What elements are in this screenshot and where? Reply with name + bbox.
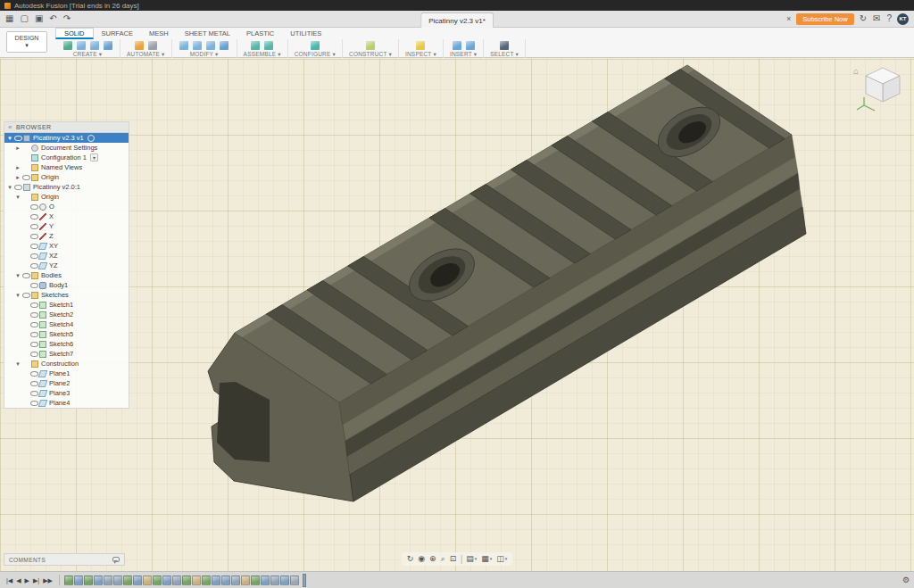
timeline-settings-gear-icon[interactable]: ⚙ [902,576,910,584]
browser-item-x[interactable]: X [4,211,129,221]
press-pull-icon[interactable] [179,39,190,51]
group-label-automate[interactable]: AUTOMATE ▾ [127,51,165,58]
fillet-icon[interactable] [192,39,204,51]
timeline-fillet-icon[interactable] [172,576,181,585]
browser-item-origin[interactable]: ▾Origin [4,192,129,202]
go-to-end-icon[interactable]: ▶▶ [41,577,54,584]
timeline-extrude-icon[interactable] [162,576,171,585]
browser-item-bodies[interactable]: ▾Bodies [4,270,129,280]
browser-item-sketch6[interactable]: Sketch6 [4,339,129,349]
browser-item-document-settings[interactable]: ▸Document Settings [4,143,129,153]
group-label-select[interactable]: SELECT ▾ [490,51,519,58]
expand-closed-arrow-icon[interactable]: ▸ [14,145,21,152]
view-cube-graphic[interactable] [853,64,907,112]
timeline-extrude-icon[interactable] [261,576,270,585]
insert-mcmaster-icon[interactable] [451,39,462,51]
expand-open-arrow-icon[interactable]: ▾ [6,135,13,142]
browser-item-picatinny-v2-3-v1[interactable]: ▾Picatinny v2.3 v1 [4,133,129,143]
timeline-plane-icon[interactable] [192,576,201,585]
select-cursor-icon[interactable] [499,39,511,51]
expand-closed-arrow-icon[interactable]: ▸ [14,164,21,171]
workspace-switcher[interactable]: DESIGN ▾ [6,31,47,53]
browser-item-plane3[interactable]: Plane3 [4,388,129,398]
browser-item-z[interactable]: Z [4,231,129,241]
look-at-icon[interactable]: ◉ [418,555,425,563]
browser-item-y[interactable]: Y [4,221,129,231]
timeline-sketch-icon[interactable] [251,576,260,585]
display-settings-icon[interactable]: ▤▾ [466,555,477,563]
expand-open-arrow-icon[interactable]: ▾ [14,292,21,299]
comments-bar[interactable]: COMMENTS [4,553,125,566]
group-label-construct[interactable]: CONSTRUCT ▾ [349,51,392,58]
scripts-addins-icon[interactable] [146,39,158,51]
visibility-eye-icon[interactable] [13,134,23,142]
visibility-eye-icon[interactable] [29,311,39,319]
browser-item-configuration-1[interactable]: Configuration 1▾ [4,153,129,162]
app-grid-icon[interactable]: ▦ [5,14,13,23]
tab-sheet-metal[interactable]: SHEET METAL [177,28,238,39]
browser-item-plane1[interactable]: Plane1 [4,369,129,378]
expand-open-arrow-icon[interactable]: ▾ [14,194,21,201]
group-label-modify[interactable]: MODIFY ▾ [190,51,219,58]
fit-icon[interactable]: ⊡ [450,555,457,563]
timeline-sketch-icon[interactable] [64,576,73,585]
timeline-extrude-icon[interactable] [212,576,220,585]
timeline-sketch-icon[interactable] [84,576,93,585]
group-label-create[interactable]: CREATE ▾ [73,51,103,58]
box-primitive-icon[interactable] [75,39,87,51]
visibility-eye-icon[interactable] [29,301,39,309]
viewport-canvas[interactable]: ⌂ « BROWSER ▾Picatinny v2.3 v1▸Document … [0,59,914,571]
group-label-inspect[interactable]: INSPECT ▾ [405,51,436,58]
browser-item-sketch7[interactable]: Sketch7 [4,349,129,359]
timeline-marker[interactable] [303,574,306,587]
browser-item-picatinny-v2-0-1[interactable]: ▾Picatinny v2.0:1 [4,182,129,192]
home-view-icon[interactable]: ⌂ [853,66,859,76]
tab-plastic[interactable]: PLASTIC [238,28,282,39]
new-sketch-icon[interactable] [62,39,73,51]
timeline-mirror-icon[interactable] [290,576,299,585]
timeline-sketch-icon[interactable] [123,576,132,585]
document-tab[interactable]: Picatinny v2.3 v1* [420,12,494,28]
timeline-extrude-icon[interactable] [133,576,142,585]
redo-icon[interactable]: ↷ [63,14,71,23]
browser-item-xy[interactable]: XY [4,241,129,251]
browser-item-sketch2[interactable]: Sketch2 [4,310,129,319]
browser-item-o[interactable]: O [4,202,129,211]
browser-item-plane2[interactable]: Plane2 [4,378,129,388]
shell-icon[interactable] [205,39,217,51]
pan-icon[interactable]: ⊕ [429,555,436,563]
browser-item-sketch4[interactable]: Sketch4 [4,319,129,329]
help-icon[interactable]: ? [886,14,892,23]
visibility-eye-icon[interactable] [29,232,39,240]
group-label-configure[interactable]: CONFIGURE ▾ [295,51,336,58]
view-cube[interactable]: ⌂ [853,64,907,112]
orbit-icon[interactable]: ↻ [407,555,414,563]
step-back-icon[interactable]: ◀ [14,577,22,584]
insert-decal-icon[interactable] [464,39,476,51]
undo-icon[interactable]: ↶ [49,14,56,23]
visibility-eye-icon[interactable] [29,330,39,338]
browser-item-body1[interactable]: Body1 [4,280,129,290]
timeline-extrude-icon[interactable] [74,576,83,585]
picatinny-rail-model[interactable] [0,59,914,571]
configurations-icon[interactable] [309,39,320,51]
browser-item-plane4[interactable]: Plane4 [4,398,129,408]
subscribe-button[interactable]: Subscribe Now [796,13,853,25]
browser-item-yz[interactable]: YZ [4,261,129,270]
timeline-sketch-icon[interactable] [202,576,211,585]
measure-icon[interactable] [415,39,427,51]
grid-snaps-icon[interactable]: ▦▾ [481,555,492,563]
tab-surface[interactable]: SURFACE [94,28,141,39]
expand-open-arrow-icon[interactable]: ▾ [14,272,21,279]
close-icon[interactable]: × [786,14,791,23]
browser-item-xz[interactable]: XZ [4,251,129,261]
viewports-icon[interactable]: ◫▾ [496,555,507,563]
joint-icon[interactable] [263,39,275,51]
browser-item-named-views[interactable]: ▸Named Views [4,162,129,172]
group-label-assemble[interactable]: ASSEMBLE ▾ [244,51,281,58]
timeline-sketch-icon[interactable] [153,576,162,585]
visibility-eye-icon[interactable] [13,183,23,191]
timeline-extrude-icon[interactable] [94,576,103,585]
tab-utilities[interactable]: UTILITIES [282,28,329,39]
browser-item-origin[interactable]: ▸Origin [4,172,129,182]
